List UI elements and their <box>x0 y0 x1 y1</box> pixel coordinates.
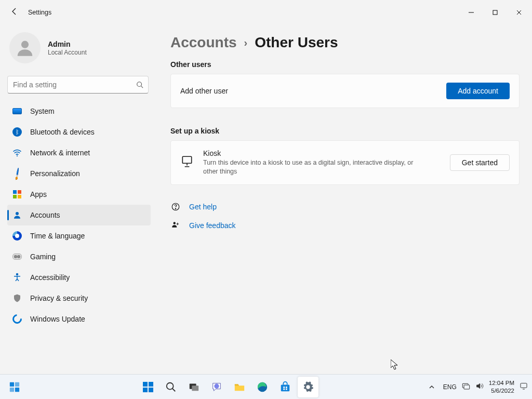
monitor-icon <box>12 107 22 116</box>
svg-rect-11 <box>15 382 19 386</box>
minimize-button[interactable] <box>459 4 483 21</box>
section-heading-kiosk: Set up a kiosk <box>170 127 520 135</box>
taskbar: ENG 12:04 PM 5/6/2022 <box>0 374 532 399</box>
apps-icon <box>12 190 22 199</box>
give-feedback-row[interactable]: Give feedback <box>170 217 520 234</box>
nav-label: Apps <box>30 190 47 198</box>
wifi-icon <box>12 148 22 157</box>
start-button[interactable] <box>138 377 158 397</box>
window-title: Settings <box>28 9 51 16</box>
clock-date: 5/6/2022 <box>489 387 514 394</box>
svg-rect-24 <box>284 387 285 388</box>
clock[interactable]: 12:04 PM 5/6/2022 <box>489 379 514 394</box>
svg-rect-26 <box>284 388 285 390</box>
svg-rect-27 <box>286 388 287 390</box>
svg-rect-13 <box>15 387 19 391</box>
sidebar: Admin Local Account System ᛒ Bluetooth &… <box>0 25 156 374</box>
settings-app-button[interactable] <box>298 377 318 397</box>
breadcrumb-parent[interactable]: Accounts <box>170 34 237 51</box>
nav-label: Personalization <box>30 169 80 178</box>
volume-tray-icon[interactable] <box>475 382 484 392</box>
svg-point-18 <box>167 382 174 389</box>
chevron-right-icon: › <box>244 37 248 49</box>
nav-label: Windows Update <box>30 315 85 323</box>
nav-item-time[interactable]: Time & language <box>7 225 151 246</box>
nav-item-apps[interactable]: Apps <box>7 184 151 205</box>
svg-rect-14 <box>143 382 148 387</box>
section-heading-other-users: Other users <box>170 60 520 69</box>
add-other-user-card: Add other user Add account <box>170 74 520 108</box>
svg-rect-0 <box>493 10 497 15</box>
accessibility-icon <box>12 273 22 282</box>
file-explorer-button[interactable] <box>229 377 250 397</box>
svg-rect-29 <box>464 385 470 389</box>
shield-icon <box>12 294 22 303</box>
search-icon <box>136 81 143 88</box>
nav-item-update[interactable]: Windows Update <box>7 309 151 329</box>
svg-rect-15 <box>149 382 153 387</box>
close-button[interactable] <box>507 4 531 21</box>
titlebar: Settings <box>0 0 532 25</box>
nav-item-accessibility[interactable]: Accessibility <box>7 267 151 288</box>
svg-point-5 <box>17 274 18 275</box>
taskbar-search-button[interactable] <box>161 377 181 397</box>
svg-rect-20 <box>192 385 199 391</box>
svg-rect-12 <box>10 387 14 391</box>
user-name: Admin <box>48 40 87 48</box>
clock-time: 12:04 PM <box>489 379 514 387</box>
main-content: Accounts › Other Users Other users Add o… <box>156 25 532 374</box>
get-help-row[interactable]: Get help <box>170 198 520 215</box>
add-account-button[interactable]: Add account <box>446 83 510 99</box>
nav-item-bluetooth[interactable]: ᛒ Bluetooth & devices <box>7 122 151 142</box>
store-button[interactable] <box>275 377 296 397</box>
svg-point-1 <box>21 41 29 48</box>
avatar <box>9 32 41 63</box>
gamepad-icon <box>12 252 22 261</box>
task-view-button[interactable] <box>183 377 204 397</box>
chat-button[interactable] <box>206 377 227 397</box>
network-tray-icon[interactable] <box>462 382 470 392</box>
nav-label: Time & language <box>30 232 85 240</box>
svg-point-2 <box>137 82 142 87</box>
search-input[interactable] <box>7 76 149 94</box>
tray-expand-button[interactable] <box>425 377 438 397</box>
kiosk-card: Kiosk Turn this device into a kiosk to u… <box>170 140 520 185</box>
svg-point-8 <box>175 208 176 209</box>
nav-item-network[interactable]: Network & internet <box>7 142 151 163</box>
nav-label: Bluetooth & devices <box>30 128 95 136</box>
nav-label: System <box>30 107 55 115</box>
current-user-block[interactable]: Admin Local Account <box>7 29 151 70</box>
nav-label: Network & internet <box>30 149 90 157</box>
nav-item-accounts[interactable]: Accounts <box>7 205 151 225</box>
nav-label: Privacy & security <box>30 294 88 302</box>
svg-rect-23 <box>281 384 290 391</box>
widgets-button[interactable] <box>4 377 25 397</box>
nav-label: Accessibility <box>30 273 70 282</box>
nav-item-system[interactable]: System <box>7 101 151 122</box>
nav-item-personalization[interactable]: 🖌️ Personalization <box>7 163 151 184</box>
kiosk-title: Kiosk <box>203 149 427 157</box>
svg-point-21 <box>215 383 219 388</box>
svg-rect-6 <box>182 156 191 163</box>
add-other-user-label: Add other user <box>180 87 228 95</box>
svg-rect-17 <box>149 388 153 392</box>
svg-rect-10 <box>10 382 14 386</box>
maximize-button[interactable] <box>483 4 507 21</box>
svg-rect-25 <box>286 387 287 388</box>
nav-item-privacy[interactable]: Privacy & security <box>7 288 151 309</box>
search-container <box>7 76 149 94</box>
get-started-button[interactable]: Get started <box>450 154 510 171</box>
update-icon <box>12 314 22 324</box>
language-indicator[interactable]: ENG <box>443 383 457 391</box>
nav-label: Accounts <box>30 211 60 219</box>
nav-item-gaming[interactable]: Gaming <box>7 246 151 267</box>
svg-point-4 <box>16 212 19 215</box>
give-feedback-link[interactable]: Give feedback <box>189 221 236 230</box>
get-help-link[interactable]: Get help <box>189 203 217 211</box>
back-button[interactable] <box>10 7 19 18</box>
kiosk-icon <box>180 155 194 170</box>
notifications-tray-icon[interactable] <box>520 382 528 392</box>
edge-button[interactable] <box>252 377 273 397</box>
svg-rect-30 <box>521 383 527 388</box>
svg-rect-16 <box>143 388 148 392</box>
